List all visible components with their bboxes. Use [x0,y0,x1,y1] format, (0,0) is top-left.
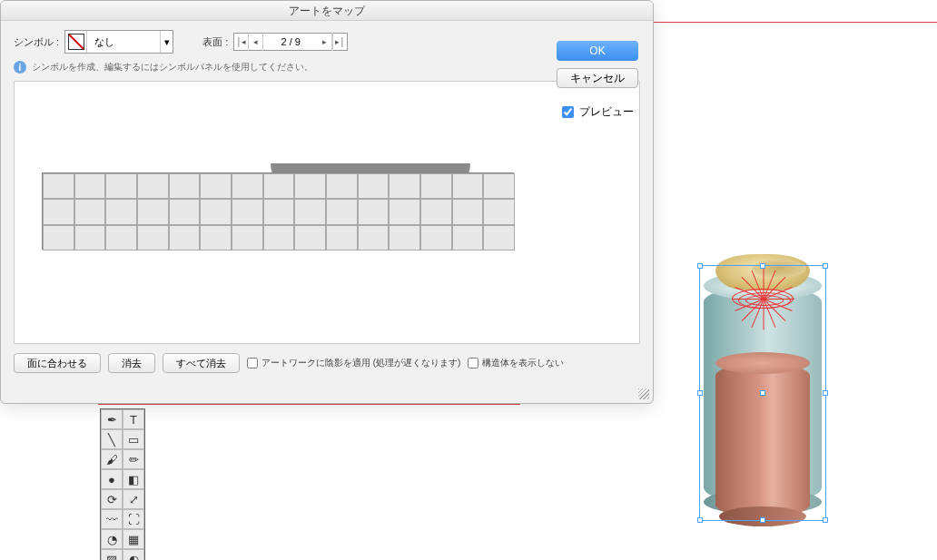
type-tool[interactable]: T [123,409,144,429]
wire-cell [358,225,390,251]
gradient-tool[interactable]: ◐ [123,549,144,560]
wire-cell [232,199,263,224]
handle-tr[interactable] [823,263,828,269]
wire-cell [263,173,295,199]
wire-cell [389,225,420,251]
handle-tc[interactable] [760,263,765,269]
wire-cell [358,199,390,224]
wire-cell [74,225,106,251]
wire-cell [452,199,484,224]
brush-tool[interactable]: 🖌 [101,449,123,469]
surface-wireframe [42,172,514,250]
rotate-tool[interactable]: ⟳ [101,489,123,509]
mesh-tool[interactable]: ▨ [101,549,123,560]
handle-bl[interactable] [697,517,703,523]
pen-tool[interactable]: ✒ [101,409,123,429]
wire-cell [74,173,106,199]
wire-cell [326,173,358,199]
wire-cell [326,225,358,251]
surface-label: 表面 : [202,35,228,49]
rectangle-tool[interactable]: ▭ [123,429,144,449]
free-transform-tool[interactable]: ⛶ [123,509,144,529]
wire-cell [200,225,232,251]
wire-cell [294,225,326,251]
wire-cell [389,199,420,224]
prev-surface-button[interactable]: ◂ [249,33,263,51]
structure-checkbox[interactable]: 構造体を表示しない [468,357,564,369]
wire-cell [358,173,390,199]
symbol-label: シンボル : [14,35,59,49]
perspective-tool[interactable]: ▦ [123,529,144,549]
surface-input[interactable] [263,34,318,50]
none-symbol-icon [65,31,87,53]
wire-cell [43,173,74,199]
last-surface-button[interactable]: ▸│ [332,33,347,51]
ok-button[interactable]: OK [557,41,638,61]
blob-tool[interactable]: ● [101,469,123,489]
wire-cell [420,225,452,251]
map-preview-area[interactable] [14,81,640,344]
handle-mr[interactable] [823,390,828,396]
wire-cell [294,199,326,224]
handle-center[interactable] [760,390,765,396]
wire-cell [200,173,232,199]
wire-cell [137,173,169,199]
cancel-button[interactable]: キャンセル [557,68,638,88]
wire-cell [200,199,232,224]
wire-cell [452,225,484,251]
handle-ml[interactable] [697,390,703,396]
tool-palette: ✒T╲▭🖌✏●◧⟳⤢〰⛶◔▦▨◐ [100,408,145,560]
scale-tool[interactable]: ⤢ [123,489,144,509]
symbol-value: なし [87,35,160,49]
wire-cell [105,199,137,224]
selection-bounding-box [699,265,826,521]
wire-cell [263,225,295,251]
wire-cell [420,173,452,199]
wire-cell [483,173,515,199]
handle-br[interactable] [823,517,828,523]
line-tool[interactable]: ╲ [101,429,123,449]
dialog-title: アートをマップ [1,1,653,21]
wire-cell [483,225,515,251]
wire-cell [137,225,169,251]
wire-cell [232,173,263,199]
shape-builder-tool[interactable]: ◔ [101,529,123,549]
handle-bc[interactable] [760,517,765,523]
resize-grip[interactable] [638,388,649,399]
fit-button[interactable]: 面に合わせる [14,353,101,373]
wire-cell [169,199,201,224]
wire-cell [105,173,137,199]
wire-cell [43,225,74,251]
preview-checkbox[interactable]: プレビュー [562,104,634,120]
wire-cell [326,199,358,224]
wire-cell [43,199,74,224]
clear-button[interactable]: 消去 [108,353,155,373]
width-tool[interactable]: 〰 [101,509,123,529]
shade-checkbox[interactable]: アートワークに陰影を適用 (処理が遅くなります) [247,357,460,369]
symbol-dropdown[interactable]: なし ▾ [64,30,173,54]
first-surface-button[interactable]: │◂ [234,33,249,51]
next-surface-button[interactable]: ▸ [318,33,332,51]
guide-line-top [654,22,937,23]
wire-cell [483,199,515,224]
info-text: シンボルを作成、編集するにはシンボルパネルを使用してください。 [32,61,313,74]
handle-tl[interactable] [697,263,703,269]
wire-cell [263,199,295,224]
wire-cell [420,199,452,224]
wire-cell [169,173,201,199]
wire-cell [452,173,484,199]
pencil-tool[interactable]: ✏ [123,449,144,469]
wire-cell [74,199,106,224]
map-art-dialog: アートをマップ シンボル : なし ▾ 表面 : │◂ ◂ ▸ ▸│ i シンボ… [0,0,654,404]
guide-line-left [98,404,520,405]
info-icon: i [14,61,26,74]
eraser-tool[interactable]: ◧ [123,469,144,489]
wire-cell [389,173,420,199]
wire-cell [294,173,326,199]
wire-cell [137,199,169,224]
artwork-3d-object[interactable] [699,254,826,526]
chevron-down-icon: ▾ [160,31,173,53]
wire-cell [232,225,263,251]
surface-stepper: │◂ ◂ ▸ ▸│ [233,33,348,51]
clear-all-button[interactable]: すべて消去 [163,353,240,373]
